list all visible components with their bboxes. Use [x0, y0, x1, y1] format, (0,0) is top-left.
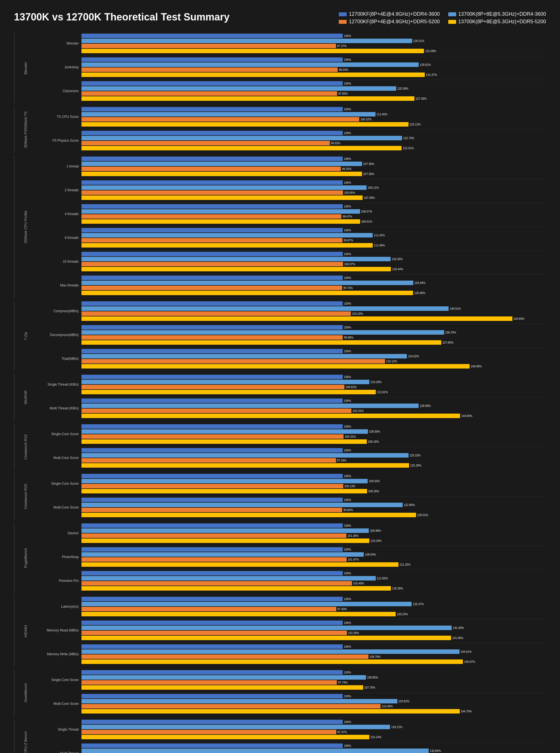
bar-4-1-1: 128.99%	[81, 403, 546, 408]
bar-value-2-5-0: 100%	[344, 276, 351, 279]
bar-fill-10-0-3	[81, 735, 369, 739]
bar-row-1-1: F5 Physics Score100%122.70%95.02%122.51%	[37, 130, 546, 152]
legend-row-1: 12700KF(8P+4E@4.9GHz)+DDR4-3600 13700K(8…	[339, 11, 546, 17]
bar-value-0-1-0: 100%	[344, 58, 351, 61]
bar-0-0-1: 126.51%	[81, 39, 546, 43]
row-label-2-0: 1 thread	[37, 164, 81, 169]
bars-area-2-4: 100%118.26%100.07%118.44%	[81, 252, 546, 272]
bar-value-3-2-0: 100%	[344, 350, 351, 353]
row-label-1-1: F5 Physics Score	[37, 139, 81, 143]
bar-fill-7-1-3	[81, 562, 398, 567]
group-content-7: Davinci100%109.98%101.36%110.18%PhotoSho…	[37, 523, 546, 593]
bar-fill-4-0-1	[81, 380, 369, 384]
bar-4-1-2: 103.31%	[81, 409, 546, 413]
bar-2-4-0: 100%	[81, 252, 546, 256]
bar-value-8-0-0: 100%	[344, 598, 351, 601]
bar-value-10-1-1: 132.84%	[430, 749, 441, 752]
bar-fill-0-1-2	[81, 67, 338, 72]
bars-area-0-1: 100%129.01%98.03%131.37%	[81, 57, 546, 78]
bar-0-0-0: 100%	[81, 34, 546, 38]
bar-value-6-0-2: 100.13%	[344, 485, 355, 488]
bar-value-10-0-1: 118.12%	[391, 726, 402, 729]
bar-value-1-0-0: 100%	[344, 108, 351, 111]
bar-2-4-1: 118.26%	[81, 257, 546, 261]
bar-fill-4-1-2	[81, 409, 352, 413]
bars-area-2-2: 100%106.57%99.47%106.61%	[81, 204, 546, 224]
bar-7-1-2: 101.47%	[81, 557, 546, 562]
bar-value-2-4-3: 118.44%	[392, 268, 403, 271]
bar-value-4-0-2: 100.62%	[345, 385, 356, 389]
bar-fill-0-2-0	[81, 81, 343, 86]
bar-2-2-2: 99.47%	[81, 214, 546, 219]
bar-value-9-0-2: 97.74%	[338, 681, 347, 684]
separator	[81, 570, 546, 570]
row-label-8-2: Memory Write (MB/s)	[37, 652, 81, 657]
bar-value-0-2-1: 120.39%	[397, 87, 408, 90]
bar-fill-5-1-2	[81, 458, 336, 462]
bar-3-2-3: 148.48%	[81, 364, 546, 369]
bar-value-2-5-3: 126.90%	[414, 292, 425, 295]
bar-5-1-3: 125.39%	[81, 463, 546, 468]
row-label-2-1: 2 threads	[37, 188, 81, 193]
bar-5-0-3: 109.18%	[81, 439, 546, 444]
bar-8-1-0: 100%	[81, 620, 546, 625]
bar-row-8-0: Latency(ns)100%126.37%97.50%120.23%	[37, 596, 546, 617]
row-label-7-2: Premiere Pro	[37, 579, 81, 583]
bar-fill-2-5-2	[81, 285, 342, 290]
legend-item-4: 13700K(8P+8E@5.3GHz)+DDR5-5200	[448, 19, 546, 25]
bar-value-9-0-0: 100%	[344, 671, 351, 674]
row-label-3-0: Compress(MB/s)	[37, 309, 81, 314]
bar-fill-5-0-2	[81, 434, 344, 439]
legend-color-2	[448, 12, 456, 16]
bars-area-3-1: 100%138.70%99.98%137.66%	[81, 325, 546, 345]
bar-fill-8-2-0	[81, 645, 343, 649]
bar-row-8-2: Memory Write (MB/s)100%144.61%109.78%145…	[37, 644, 546, 665]
bar-value-5-0-1: 109.59%	[369, 430, 380, 433]
bar-8-2-3: 145.97%	[81, 659, 546, 664]
bar-value-8-2-0: 100%	[344, 645, 351, 648]
row-label-5-0: Single-Core Score	[37, 432, 81, 437]
bar-value-5-1-1: 125.10%	[409, 454, 421, 457]
bar-row-9-1: Multi-Core Score100%120.82%114.45%144.70…	[37, 693, 546, 715]
bar-1-1-3: 122.51%	[81, 146, 546, 151]
group-content-5: Single-Core Score100%109.59%100.31%109.1…	[37, 424, 546, 471]
bar-row-0-2: Classroom100%120.39%97.83%127.39%	[37, 81, 546, 102]
bar-fill-3-0-2	[81, 311, 351, 316]
bar-row-4-0: Single Thread (KB/s)100%110.18%100.62%11…	[37, 374, 546, 395]
bar-fill-7-1-2	[81, 557, 347, 562]
bar-fill-7-2-2	[81, 581, 352, 586]
bar-value-2-4-0: 100%	[344, 253, 351, 256]
group-content-10: Single Thread100%118.12%97.47%110.14%Mul…	[37, 719, 546, 753]
bar-fill-3-0-3	[81, 316, 513, 321]
row-label-0-1: Junkshop	[37, 65, 81, 70]
bar-value-10-1-0: 100%	[344, 744, 351, 747]
group-0: BlenderMonster100%126.51%97.37%131.08%Ju…	[14, 33, 546, 104]
bar-value-6-1-0: 100%	[344, 498, 351, 501]
legend-color-3	[339, 20, 347, 24]
group-4: WinRARSingle Thread (KB/s)100%110.18%100…	[14, 374, 546, 421]
group-content-0: Monster100%126.51%97.37%131.08%Junkshop1…	[37, 33, 546, 104]
bar-fill-0-2-1	[81, 86, 396, 91]
bar-2-0-0: 100%	[81, 157, 546, 161]
bar-7-0-3: 110.18%	[81, 538, 546, 543]
separator	[81, 546, 546, 546]
bar-10-0-1: 118.12%	[81, 725, 546, 729]
bars-area-10-1: 100%132.84%97.49%134.11%	[81, 744, 546, 753]
bar-2-3-2: 99.87%	[81, 238, 546, 242]
bar-value-2-0-2: 99.26%	[342, 167, 352, 171]
bar-value-10-0-0: 100%	[344, 720, 351, 724]
bar-fill-9-1-0	[81, 694, 343, 698]
bar-value-7-0-1: 109.98%	[370, 529, 381, 532]
group-label-1: 3DMark FS5DMark TS	[14, 106, 37, 153]
bars-area-4-1: 100%128.99%103.31%144.90%	[81, 398, 546, 419]
bars-area-1-0: 100%112.45%106.32%125.12%	[81, 107, 546, 127]
bar-row-6-0: Single-Core Score100%109.53%100.13%109.2…	[37, 473, 546, 495]
bar-fill-1-1-2	[81, 141, 330, 145]
bar-value-5-1-3: 125.39%	[410, 464, 421, 467]
bar-row-7-0: Davinci100%109.98%101.36%110.18%	[37, 523, 546, 544]
bar-8-0-0: 100%	[81, 597, 546, 601]
bar-value-6-1-1: 122.90%	[404, 503, 415, 507]
bar-3-2-2: 116.12%	[81, 359, 546, 363]
bar-row-3-2: Total(MB/s)100%124.52%116.12%148.48%	[37, 348, 546, 370]
bars-area-8-0: 100%126.37%97.50%120.23%	[81, 597, 546, 617]
